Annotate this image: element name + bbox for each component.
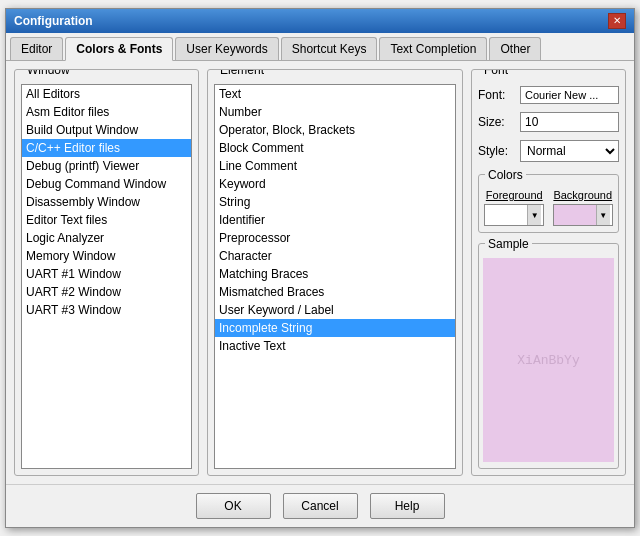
font-panel-label: Font (480, 69, 512, 77)
foreground-label: Foreground (486, 189, 543, 201)
configuration-window: Configuration ✕ Editor Colors & Fonts Us… (5, 8, 635, 528)
window-list-item-editor-text[interactable]: Editor Text files (22, 211, 191, 229)
window-title: Configuration (14, 14, 93, 28)
close-button[interactable]: ✕ (608, 13, 626, 29)
style-label: Style: (478, 144, 516, 158)
window-list-item-uart3[interactable]: UART #3 Window (22, 301, 191, 319)
sample-text: XiAnBbYy (517, 353, 579, 368)
window-list-item-all-editors[interactable]: All Editors (22, 85, 191, 103)
sample-section-label: Sample (485, 237, 532, 251)
element-list[interactable]: TextNumberOperator, Block, BracketsBlock… (214, 84, 456, 469)
tab-colors-fonts[interactable]: Colors & Fonts (65, 37, 173, 61)
window-list-item-debug-printf[interactable]: Debug (printf) Viewer (22, 157, 191, 175)
style-select[interactable]: Normal Bold Italic Bold Italic (520, 140, 619, 162)
window-list-item-memory-window[interactable]: Memory Window (22, 247, 191, 265)
cancel-button[interactable]: Cancel (283, 493, 358, 519)
element-list-item-matching-braces[interactable]: Matching Braces (215, 265, 455, 283)
tabs-bar: Editor Colors & Fonts User Keywords Shor… (6, 33, 634, 61)
element-list-item-operator[interactable]: Operator, Block, Brackets (215, 121, 455, 139)
font-row: Font: Courier New ... (478, 86, 619, 104)
background-dropdown-arrow[interactable]: ▼ (596, 205, 610, 225)
font-panel: Font Font: Courier New ... Size: 10 Styl… (471, 69, 626, 476)
background-col: Background ▼ (552, 189, 615, 226)
element-list-item-user-keyword-label[interactable]: User Keyword / Label (215, 301, 455, 319)
size-row: Size: 10 (478, 112, 619, 132)
window-list-item-disassembly[interactable]: Disassembly Window (22, 193, 191, 211)
colors-section: Colors Foreground ▼ Background (478, 174, 619, 233)
sample-section: Sample XiAnBbYy (478, 243, 619, 469)
colors-section-label: Colors (485, 168, 526, 182)
content-area: Window All EditorsAsm Editor filesBuild … (6, 61, 634, 484)
element-list-item-character[interactable]: Character (215, 247, 455, 265)
element-list-item-mismatched-braces[interactable]: Mismatched Braces (215, 283, 455, 301)
element-list-item-incomplete-string[interactable]: Incomplete String (215, 319, 455, 337)
style-row: Style: Normal Bold Italic Bold Italic (478, 140, 619, 162)
element-panel-label: Element (216, 69, 268, 77)
font-value[interactable]: Courier New ... (520, 86, 619, 104)
foreground-dropdown-arrow[interactable]: ▼ (527, 205, 541, 225)
background-color-area (554, 205, 596, 225)
element-list-item-number[interactable]: Number (215, 103, 455, 121)
element-list-item-inactive-text[interactable]: Inactive Text (215, 337, 455, 355)
window-list-item-uart1[interactable]: UART #1 Window (22, 265, 191, 283)
element-list-item-string[interactable]: String (215, 193, 455, 211)
element-list-item-identifier[interactable]: Identifier (215, 211, 455, 229)
tab-editor[interactable]: Editor (10, 37, 63, 60)
title-bar: Configuration ✕ (6, 9, 634, 33)
window-list-item-uart2[interactable]: UART #2 Window (22, 283, 191, 301)
size-value[interactable]: 10 (520, 112, 619, 132)
element-list-item-keyword[interactable]: Keyword (215, 175, 455, 193)
tab-shortcut-keys[interactable]: Shortcut Keys (281, 37, 378, 60)
ok-button[interactable]: OK (196, 493, 271, 519)
element-list-item-text[interactable]: Text (215, 85, 455, 103)
font-label: Font: (478, 88, 516, 102)
title-bar-buttons: ✕ (608, 13, 626, 29)
element-panel: Element TextNumberOperator, Block, Brack… (207, 69, 463, 476)
tab-text-completion[interactable]: Text Completion (379, 37, 487, 60)
background-swatch[interactable]: ▼ (553, 204, 613, 226)
window-list-item-logic-analyzer[interactable]: Logic Analyzer (22, 229, 191, 247)
window-list-item-debug-command[interactable]: Debug Command Window (22, 175, 191, 193)
help-button[interactable]: Help (370, 493, 445, 519)
foreground-swatch[interactable]: ▼ (484, 204, 544, 226)
tab-user-keywords[interactable]: User Keywords (175, 37, 278, 60)
window-list[interactable]: All EditorsAsm Editor filesBuild Output … (21, 84, 192, 469)
foreground-col: Foreground ▼ (483, 189, 546, 226)
window-list-item-asm-editor[interactable]: Asm Editor files (22, 103, 191, 121)
size-label: Size: (478, 115, 516, 129)
foreground-color-area (485, 205, 527, 225)
sample-box: XiAnBbYy (483, 258, 614, 462)
window-panel-label: Window (23, 69, 74, 77)
element-list-item-block-comment[interactable]: Block Comment (215, 139, 455, 157)
tab-other[interactable]: Other (489, 37, 541, 60)
panels-row: Window All EditorsAsm Editor filesBuild … (14, 69, 626, 476)
window-panel: Window All EditorsAsm Editor filesBuild … (14, 69, 199, 476)
colors-row: Foreground ▼ Background ▼ (483, 189, 614, 226)
element-list-item-line-comment[interactable]: Line Comment (215, 157, 455, 175)
window-list-item-build-output[interactable]: Build Output Window (22, 121, 191, 139)
footer: OK Cancel Help (6, 484, 634, 527)
background-label: Background (553, 189, 612, 201)
element-list-item-preprocessor[interactable]: Preprocessor (215, 229, 455, 247)
window-list-item-cpp-editor[interactable]: C/C++ Editor files (22, 139, 191, 157)
